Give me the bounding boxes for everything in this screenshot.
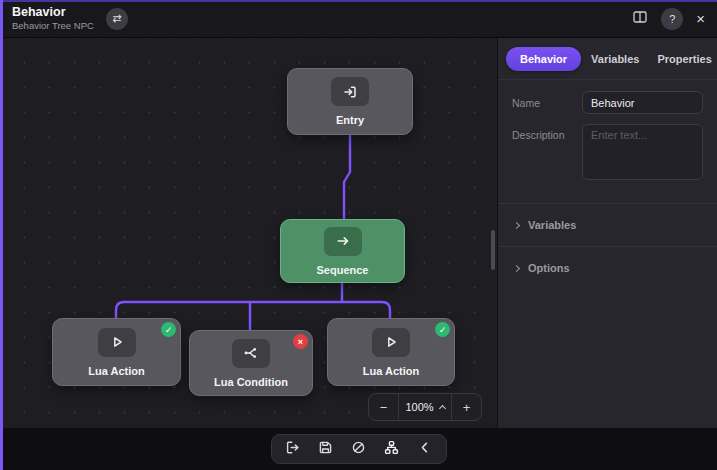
success-badge: ✓ xyxy=(435,322,450,337)
disable-button[interactable] xyxy=(346,436,372,462)
description-input[interactable] xyxy=(582,124,703,180)
help-button[interactable]: ? xyxy=(661,8,683,30)
name-input[interactable] xyxy=(582,91,703,114)
tree-view-button[interactable] xyxy=(379,436,405,462)
zoom-control: − 100% + xyxy=(368,393,482,421)
chevron-left-icon xyxy=(417,440,432,458)
exit-editor-button[interactable] xyxy=(280,436,306,462)
success-badge: ✓ xyxy=(161,322,176,337)
check-icon: ✓ xyxy=(439,325,447,335)
node-entry[interactable]: Entry xyxy=(287,68,413,135)
window-title: Behavior xyxy=(12,5,94,19)
name-label: Name xyxy=(512,97,574,109)
branch-icon xyxy=(232,339,270,368)
swap-icon: ⇄ xyxy=(112,12,121,25)
zoom-level: 100% xyxy=(405,401,433,413)
zoom-level-dropdown[interactable]: 100% xyxy=(398,394,452,420)
entry-icon xyxy=(331,77,369,106)
header-actions: ? × xyxy=(632,8,705,30)
node-lua-condition[interactable]: × Lua Condition xyxy=(189,330,313,396)
swap-tree-button[interactable]: ⇄ xyxy=(106,8,128,30)
panel-tabs: Behavior Variables Properties xyxy=(498,38,717,80)
node-lua-action-1[interactable]: ✓ Lua Action xyxy=(52,318,181,386)
name-row: Name xyxy=(512,91,703,114)
title-block: Behavior Behavior Tree NPC xyxy=(12,5,94,32)
play-icon xyxy=(372,328,410,357)
close-button[interactable]: × xyxy=(696,10,705,27)
section-label: Options xyxy=(528,262,570,274)
description-row: Description xyxy=(512,124,703,180)
book-icon xyxy=(632,9,648,28)
logout-icon xyxy=(285,440,300,458)
graph-canvas[interactable]: Entry Sequence ✓ Lua Action × xyxy=(0,38,497,428)
help-icon: ? xyxy=(669,13,675,25)
window-accent-left xyxy=(0,0,3,470)
tab-behavior[interactable]: Behavior xyxy=(506,47,581,71)
canvas-scrollbar-thumb[interactable] xyxy=(491,230,495,270)
chevron-right-icon xyxy=(513,221,520,228)
slash-circle-icon xyxy=(351,440,366,458)
tab-properties[interactable]: Properties xyxy=(649,48,717,70)
node-label: Lua Action xyxy=(88,365,144,377)
wire-entry-sequence xyxy=(344,135,350,219)
arrow-right-icon xyxy=(324,227,362,256)
section-label: Variables xyxy=(528,219,576,231)
section-variables[interactable]: Variables xyxy=(498,204,717,246)
chevron-right-icon xyxy=(513,264,520,271)
editor-toolbar xyxy=(271,434,447,464)
close-icon: × xyxy=(696,10,705,27)
tab-variables[interactable]: Variables xyxy=(583,48,647,70)
description-label: Description xyxy=(512,124,574,141)
chevron-up-icon xyxy=(439,405,446,412)
wire-children-bus xyxy=(116,302,390,318)
window-subtitle: Behavior Tree NPC xyxy=(12,21,94,32)
behavior-form: Name Description xyxy=(498,80,717,203)
panel-toggle-button[interactable] xyxy=(632,9,648,28)
window-accent-top xyxy=(0,0,717,2)
section-options[interactable]: Options xyxy=(498,247,717,289)
save-button[interactable] xyxy=(313,436,339,462)
node-label: Lua Action xyxy=(363,365,419,377)
tree-icon xyxy=(384,440,399,458)
check-icon: ✓ xyxy=(165,325,173,335)
inspector-panel: Behavior Variables Properties Name Descr… xyxy=(497,38,717,428)
bottom-bar xyxy=(0,428,717,470)
node-lua-action-2[interactable]: ✓ Lua Action xyxy=(327,318,455,386)
failure-badge: × xyxy=(293,334,308,349)
zoom-out-button[interactable]: − xyxy=(369,394,398,420)
play-icon xyxy=(98,328,136,357)
node-label: Lua Condition xyxy=(214,376,288,388)
node-sequence[interactable]: Sequence xyxy=(280,219,405,283)
title-bar: Behavior Behavior Tree NPC ⇄ ? × xyxy=(0,0,717,38)
collapse-toolbar-button[interactable] xyxy=(412,436,438,462)
node-label: Entry xyxy=(336,114,364,126)
cross-icon: × xyxy=(298,337,303,347)
node-label: Sequence xyxy=(317,264,369,276)
save-icon xyxy=(318,440,333,458)
zoom-in-button[interactable]: + xyxy=(452,394,481,420)
